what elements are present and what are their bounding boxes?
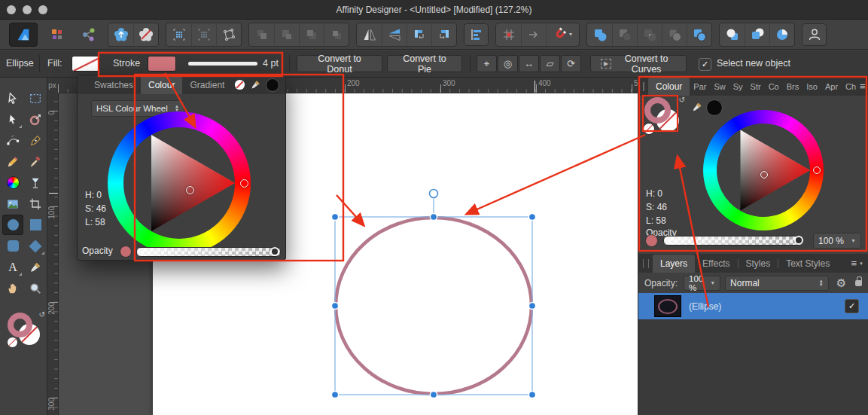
rotate-cw-button[interactable] (431, 23, 456, 46)
fill-tool[interactable] (2, 172, 23, 193)
tab-colour[interactable]: Colour (141, 76, 182, 94)
set-none-swatch[interactable] (7, 337, 18, 348)
transparency-tool[interactable] (25, 172, 46, 193)
node-tool[interactable] (2, 109, 23, 130)
opacity-slider-handle[interactable] (270, 247, 279, 256)
colour-picker-tool[interactable] (25, 257, 46, 277)
tab-co[interactable]: Co (765, 82, 783, 91)
swap-colours-icon[interactable]: ↺ (39, 310, 45, 319)
move-to-back-button[interactable] (249, 23, 274, 46)
contour-tool[interactable] (2, 130, 23, 151)
layer-visibility-checkbox[interactable]: ✓ (845, 299, 859, 313)
hsl-colour-wheel[interactable] (703, 110, 824, 230)
fill-swatch[interactable] (72, 56, 100, 72)
cycle-transform-button[interactable]: ⟳ (561, 55, 581, 72)
hsl-colour-wheel[interactable] (108, 111, 251, 255)
boolean-add-button[interactable] (587, 23, 612, 46)
pen-tool[interactable] (25, 130, 46, 151)
selection-handles[interactable] (331, 213, 535, 398)
tab-ch[interactable]: Ch (842, 82, 860, 91)
rotation-handle[interactable] (430, 190, 438, 198)
flip-vertical-button[interactable] (382, 23, 407, 46)
show-selection-button[interactable]: ◎ (498, 55, 518, 72)
convert-to-curves-button[interactable]: ▶ Convert to Curves (590, 55, 687, 72)
tab-gradient[interactable]: Gradient (182, 76, 232, 94)
saturation-selector[interactable] (186, 186, 194, 194)
lock-icon[interactable] (855, 280, 862, 286)
opacity-slider-handle[interactable] (794, 236, 803, 245)
app-logo-button[interactable] (9, 23, 38, 47)
ruler-unit[interactable]: px (47, 78, 58, 93)
stroke-well[interactable] (644, 97, 671, 124)
panel-menu-icon[interactable]: ≡▼ (851, 258, 863, 269)
vector-brush-tool[interactable] (25, 151, 46, 172)
picked-colour-swatch[interactable] (266, 78, 279, 92)
tab-sy[interactable]: Sy (729, 82, 747, 91)
shapes-tool[interactable] (25, 236, 46, 256)
tab-effects[interactable]: Effects (695, 255, 737, 273)
layer-row[interactable]: (Ellipse) ✓ (638, 293, 868, 319)
select-new-object-checkbox[interactable]: ✓ (699, 58, 711, 71)
tab-colour[interactable]: Colour (648, 78, 690, 96)
eyedropper-icon[interactable] (250, 79, 261, 90)
tab-text-styles[interactable]: Text Styles (778, 255, 837, 273)
tab-par[interactable]: Par (690, 82, 710, 91)
opacity-slider[interactable] (136, 247, 281, 257)
grid-options-button[interactable] (496, 23, 521, 46)
convert-to-pie-button[interactable]: Convert to Pie (387, 55, 462, 72)
panel-grip[interactable] (643, 259, 649, 268)
move-selection-button[interactable] (521, 23, 546, 46)
flip-horizontal-button[interactable] (357, 23, 382, 46)
snapping-button[interactable]: ▼ (546, 23, 579, 46)
separate-curves-button[interactable] (745, 23, 769, 46)
share-button[interactable] (76, 23, 101, 46)
saturation-selector[interactable] (760, 171, 768, 179)
tab-styles[interactable]: Styles (739, 255, 778, 273)
pixel-grid-dim-button[interactable] (191, 23, 216, 46)
stroke-swatch[interactable] (148, 56, 176, 72)
move-back-one-button[interactable] (274, 23, 299, 46)
cycle-selection-box-button[interactable]: ⌖ (477, 55, 497, 72)
tab-layers[interactable]: Layers (653, 255, 695, 273)
account-button[interactable] (802, 23, 827, 46)
saturation-triangle[interactable] (703, 110, 824, 230)
blend-mode-dropdown[interactable]: Normal ▲▼ (725, 276, 829, 291)
zoom-tool[interactable] (25, 278, 46, 298)
move-by-whole-pixels-button[interactable] (133, 23, 158, 46)
tab-sw[interactable]: Sw (710, 82, 729, 91)
text-tool[interactable]: A (2, 257, 23, 277)
alignment-button[interactable] (464, 23, 489, 46)
set-none-swatch[interactable] (643, 123, 655, 135)
show-pixel-grid-button[interactable] (166, 23, 191, 46)
pencil-tool[interactable] (2, 151, 23, 172)
eyedropper-icon[interactable] (691, 101, 703, 113)
swap-colours-icon[interactable]: ↺ (679, 96, 685, 104)
fill-mode-button[interactable] (769, 23, 794, 46)
tab-brs[interactable]: Brs (783, 82, 803, 91)
boolean-subtract-button[interactable] (612, 23, 637, 46)
boolean-intersect-button[interactable] (637, 23, 662, 46)
panel-menu-icon[interactable]: ≡▼ (860, 81, 868, 92)
rectangle-tool[interactable] (25, 215, 46, 235)
move-tool[interactable] (2, 88, 23, 108)
move-to-front-button[interactable] (324, 23, 349, 46)
vector-crop-tool[interactable] (25, 194, 46, 214)
layer-opacity-dropdown[interactable]: 100 % ▼ (684, 276, 720, 291)
stroke-well[interactable] (8, 313, 32, 337)
rounded-rectangle-tool[interactable] (2, 236, 23, 256)
panel-grip[interactable] (643, 82, 644, 91)
boolean-combine-button[interactable] (687, 23, 711, 46)
hue-selector[interactable] (813, 166, 821, 174)
boolean-divide-button[interactable] (662, 23, 687, 46)
transform-origin-button[interactable]: ↔ (519, 55, 539, 72)
blend-options-gear-icon[interactable]: ⚙ (836, 276, 846, 290)
place-image-tool[interactable] (2, 194, 23, 214)
snap-whole-pixels-button[interactable] (108, 23, 133, 46)
tab-swatches[interactable]: Swatches (87, 76, 141, 94)
stroke-width-slider[interactable] (188, 62, 257, 66)
no-colour-icon[interactable] (234, 79, 245, 90)
view-tool[interactable] (2, 278, 23, 298)
saturation-triangle[interactable] (108, 111, 251, 255)
tab-apr[interactable]: Apr (821, 82, 842, 91)
artboards-button[interactable] (44, 23, 69, 46)
